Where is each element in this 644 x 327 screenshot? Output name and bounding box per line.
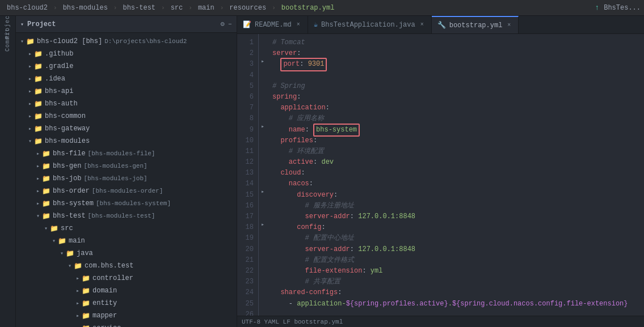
sep6: › [272,5,276,11]
mapper-label: mapper [92,312,117,320]
bhs-job-folder-icon: 📁 [42,175,50,183]
code-line-4 [272,70,644,81]
code-line-2: server: [272,48,644,59]
entity-folder-icon: 📁 [82,299,90,308]
right-panel: 📝 README.md × ☕ BhsTestApplication.java … [237,16,644,327]
bhs-file-folder-icon: 📁 [42,150,50,158]
breadcrumb-file[interactable]: bootstrap.yml [278,3,338,13]
tabs-bar: 📝 README.md × ☕ BhsTestApplication.java … [237,16,644,34]
sidebar-icons: Project Commit [0,16,16,327]
java-folder-icon: 📁 [66,249,74,258]
gutter-13 [259,164,267,175]
gutter-4 [259,67,267,78]
tab-readme-close[interactable]: × [295,21,302,28]
code-line-7: application: [272,103,644,113]
bhs-job-module: [bhs-modules-job] [83,175,147,182]
tree-item-bhs-gen[interactable]: ▸ 📁 bhs-gen [bhs-modules-gen] [16,160,237,172]
panel-collapse-icon[interactable]: – [228,20,232,28]
breadcrumb-src[interactable]: src [167,3,187,13]
tree-item-controller[interactable]: ▸ 📁 controller [16,272,237,284]
tree-item-idea[interactable]: ▸ 📁 .idea [16,73,237,85]
github-label: .github [45,50,73,58]
tree-item-github[interactable]: ▸ 📁 .github [16,48,237,60]
tree-item-bhs-system[interactable]: ▸ 📁 bhs-system [bhs-modules-system] [16,197,237,210]
tree-item-mapper[interactable]: ▸ 📁 mapper [16,309,237,322]
panel-header: ▾ Project ⚙ – [16,16,237,33]
status-bar: UTF-8 YAML LF bootstrap.yml [237,316,644,327]
tree-item-domain[interactable]: ▸ 📁 domain [16,284,237,297]
tree-item-bhs-order[interactable]: ▸ 📁 bhs-order [bhs-modules-order] [16,185,237,197]
tree-item-src[interactable]: ▾ 📁 src [16,222,237,235]
tree-item-java[interactable]: ▾ 📁 java [16,247,237,260]
tree-item-gradle[interactable]: ▸ 📁 .gradle [16,60,237,73]
tree-item-service[interactable]: ▸ 📁 service [16,322,237,327]
tree-root[interactable]: ▾ 📁 bhs-cloud2 [bhs] D:\projects\bhs-clo… [16,35,237,48]
top-bar-right: ↑ BhsTes... [595,3,641,12]
tree-item-bhs-auth[interactable]: ▸ 📁 bhs-auth [16,97,237,110]
main-layout: Project Commit ▾ Project ⚙ – ▾ 📁 bhs-clo… [0,16,644,327]
breadcrumb-bhs-test[interactable]: bhs-test [119,3,159,13]
line-number-2: 2 [237,48,254,59]
bhs-auth-arrow-icon: ▸ [26,100,34,107]
tab-bootstrap-close[interactable]: × [506,22,512,29]
line-number-7: 7 [237,103,254,113]
code-line-3: port: 9301 [272,59,644,70]
bhs-api-arrow-icon: ▸ [26,88,34,95]
tab-bhstest-label: BhsTestApplication.java [321,21,415,29]
java-label: java [77,249,93,257]
code-area[interactable]: # Tomcatserver: port: 9301# Springspring… [267,34,644,316]
tree-item-bhs-api[interactable]: ▸ 📁 bhs-api [16,85,237,97]
tab-bootstrap[interactable]: 🔧 bootstrap.yml × [432,16,519,34]
tab-bhstest-close[interactable]: × [419,21,426,28]
git-push-icon: ↑ [595,3,599,12]
bhs-system-module: [bhs-modules-system] [96,200,171,207]
code-line-5: # Spring [272,81,644,92]
editor-area: 1234567891011121314151617181920212223242… [237,34,644,316]
com-bhs-arrow-icon: ▾ [66,262,74,269]
bhs-order-folder-icon: 📁 [42,187,50,196]
github-arrow-icon: ▸ [26,50,34,57]
idea-arrow-icon: ▸ [26,75,34,82]
panel-settings-icon[interactable]: ⚙ [221,20,225,28]
tab-readme[interactable]: 📝 README.md × [237,16,308,34]
sep3: › [161,5,165,11]
port-highlight-box: port: 9301 [280,58,327,71]
tree-item-bhs-job[interactable]: ▸ 📁 bhs-job [bhs-modules-job] [16,172,237,185]
breadcrumb-main[interactable]: main [195,3,218,13]
breadcrumb-bhs-cloud2[interactable]: bhs-cloud2 [3,3,51,13]
tree-item-entity[interactable]: ▸ 📁 entity [16,297,237,309]
tree-item-bhs-gateway[interactable]: ▸ 📁 bhs-gateway [16,122,237,135]
code-line-25: - application-${spring.profiles.active}.… [272,299,644,309]
git-branch-label: BhsTes... [604,4,641,12]
gradle-label: .gradle [45,62,73,70]
code-line-9: name: bhs-system [272,125,644,135]
bhs-api-label: bhs-api [45,87,73,95]
gutter-col: ▸▸▸▸ [259,34,267,316]
tree-item-main[interactable]: ▾ 📁 main [16,235,237,247]
breadcrumb-resources[interactable]: resources [226,3,270,13]
tab-bootstrap-label: bootstrap.yml [449,22,503,29]
bhs-job-arrow-icon: ▸ [34,175,42,182]
bhs-gen-module: [bhs-modules-gen] [83,163,147,169]
sidebar-commit-icon[interactable]: Commit [1,33,15,46]
tree-item-bhs-file[interactable]: ▸ 📁 bhs-file [bhs-modules-file] [16,147,237,160]
gutter-5 [259,78,267,88]
tab-bhstest[interactable]: ☕ BhsTestApplication.java × [308,16,432,34]
bhs-api-folder-icon: 📁 [34,87,43,96]
breadcrumb-bhs-modules[interactable]: bhs-modules [60,3,111,13]
service-label: service [92,324,121,327]
tree-item-com-bhs-test[interactable]: ▾ 📁 com.bhs.test [16,260,237,272]
gutter-2 [259,45,267,56]
comment-span-16: # 服务注册地址 [272,201,354,211]
line-numbers: 1234567891011121314151617181920212223242… [237,34,259,316]
gutter-19 [259,230,267,240]
bhs-system-arrow-icon: ▸ [34,200,42,207]
com-bhs-label: com.bhs.test [85,262,133,270]
gradle-arrow-icon: ▸ [26,63,34,70]
code-line-1: # Tomcat [272,37,644,48]
left-panel: ▾ Project ⚙ – ▾ 📁 bhs-cloud2 [bhs] D:\pr… [16,16,237,327]
tree-item-bhs-common[interactable]: ▸ 📁 bhs-common [16,110,237,122]
tree-item-bhs-modules[interactable]: ▾ 📁 bhs-modules [16,135,237,147]
tree-item-bhs-test[interactable]: ▾ 📁 bhs-test [bhs-modules-test] [16,210,237,222]
bhs-test-folder-icon: 📁 [42,212,50,220]
